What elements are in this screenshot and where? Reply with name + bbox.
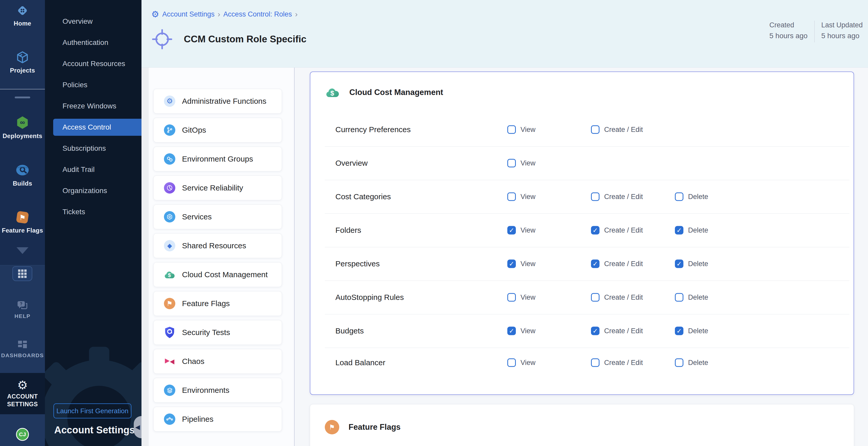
- checkbox-unchecked[interactable]: [507, 293, 516, 302]
- permission-budgets-delete[interactable]: ✓Delete: [675, 327, 708, 335]
- checkbox-checked[interactable]: ✓: [591, 226, 599, 234]
- user-avatar[interactable]: CJ: [16, 428, 29, 441]
- sidebar-item-freeze-windows[interactable]: Freeze Windows: [53, 98, 142, 115]
- sidebar-item-tickets[interactable]: Tickets: [53, 203, 142, 220]
- permission-load-balancer-view[interactable]: View: [507, 358, 535, 367]
- resource-card-chaos[interactable]: Chaos: [153, 349, 282, 374]
- resource-card-environments[interactable]: Environments: [153, 378, 282, 403]
- permission-load-balancer-delete[interactable]: Delete: [675, 358, 708, 367]
- sidebar-item-subscriptions[interactable]: Subscriptions: [53, 140, 142, 157]
- permission-row-budgets: Budgets✓View✓Create / Edit✓Delete: [310, 314, 854, 348]
- resource-card-administrative-functions[interactable]: ⚙Administrative Functions: [153, 89, 282, 114]
- permission-cost-categories-create-edit[interactable]: Create / Edit: [591, 193, 643, 201]
- permission-label: Create / Edit: [604, 293, 643, 301]
- sidebar-item-policies[interactable]: Policies: [53, 76, 142, 93]
- checkbox-unchecked[interactable]: [591, 193, 599, 201]
- permission-label: Create / Edit: [604, 226, 643, 234]
- sidebar-item-account-resources[interactable]: Account Resources: [53, 55, 142, 72]
- permission-perspectives-view[interactable]: ✓View: [507, 260, 535, 268]
- checkbox-checked[interactable]: ✓: [675, 260, 683, 268]
- module-picker-button[interactable]: [12, 266, 32, 281]
- checkbox-checked[interactable]: ✓: [507, 226, 516, 234]
- sidebar-collapse-tab[interactable]: ◀: [134, 416, 142, 438]
- checkbox-unchecked[interactable]: [675, 293, 683, 302]
- permission-label: View: [521, 193, 535, 201]
- checkbox-unchecked[interactable]: [591, 293, 599, 302]
- checkbox-unchecked[interactable]: [507, 193, 516, 201]
- sidebar-item-authentication[interactable]: Authentication: [53, 34, 142, 51]
- resource-card-security-tests[interactable]: Security Tests: [153, 320, 282, 345]
- resource-card-cloud-cost-management[interactable]: $Cloud Cost Management: [153, 262, 282, 287]
- checkbox-checked[interactable]: ✓: [591, 260, 599, 268]
- checkbox-checked[interactable]: ✓: [675, 226, 683, 234]
- launch-first-generation-button[interactable]: Launch First Generation: [54, 404, 131, 418]
- permission-folders-view[interactable]: ✓View: [507, 226, 535, 234]
- checkbox-checked[interactable]: ✓: [507, 260, 516, 268]
- breadcrumb-account-settings[interactable]: Account Settings: [162, 10, 215, 18]
- resource-card-environment-groups[interactable]: Environment Groups: [153, 147, 282, 171]
- rail-item-builds[interactable]: Builds: [0, 163, 45, 187]
- checkbox-unchecked[interactable]: [675, 193, 683, 201]
- permission-autostopping-rules-create-edit[interactable]: Create / Edit: [591, 293, 643, 302]
- resource-card-label: Service Reliability: [182, 184, 243, 192]
- created-label: Created: [769, 21, 808, 29]
- rail-item-projects[interactable]: Projects: [0, 50, 45, 74]
- sidebar-item-label: Audit Trail: [62, 165, 95, 174]
- checkbox-unchecked[interactable]: [507, 358, 516, 367]
- home-icon: [16, 4, 29, 18]
- permission-label: Delete: [688, 359, 708, 367]
- resource-card-service-reliability[interactable]: Service Reliability: [153, 176, 282, 200]
- sidebar-item-overview[interactable]: Overview: [53, 13, 142, 30]
- checkbox-unchecked[interactable]: [591, 125, 599, 134]
- permission-budgets-create-edit[interactable]: ✓Create / Edit: [591, 327, 643, 335]
- permission-row-label: Overview: [335, 159, 368, 167]
- sidebar-item-label: Overview: [62, 17, 93, 26]
- checkbox-checked[interactable]: ✓: [675, 327, 683, 335]
- sidebar-item-audit-trail[interactable]: Audit Trail: [53, 161, 142, 178]
- permission-row-overview: OverviewView: [310, 146, 854, 180]
- permission-folders-create-edit[interactable]: ✓Create / Edit: [591, 226, 643, 234]
- permission-folders-delete[interactable]: ✓Delete: [675, 226, 708, 234]
- sidebar-item-organizations[interactable]: Organizations: [53, 182, 142, 199]
- resource-card-gitops[interactable]: GitOps: [153, 118, 282, 142]
- sidebar-item-access-control[interactable]: Access Control: [53, 119, 142, 136]
- rail-item-home[interactable]: Home: [0, 4, 45, 27]
- permission-autostopping-rules-view[interactable]: View: [507, 293, 535, 302]
- permission-cost-categories-view[interactable]: View: [507, 193, 535, 201]
- permission-cost-categories-delete[interactable]: Delete: [675, 193, 708, 201]
- permission-perspectives-create-edit[interactable]: ✓Create / Edit: [591, 260, 643, 268]
- permission-autostopping-rules-delete[interactable]: Delete: [675, 293, 708, 302]
- resource-card-feature-flags[interactable]: ⚑Feature Flags: [153, 291, 282, 316]
- checkbox-unchecked[interactable]: [507, 125, 516, 134]
- permission-perspectives-delete[interactable]: ✓Delete: [675, 260, 708, 268]
- module-rail: ? HELP DASHBOARDS ⚙ ACCOUNT SETT: [0, 0, 45, 446]
- resource-card-shared-resources[interactable]: ◆Shared Resources: [153, 233, 282, 258]
- permission-budgets-view[interactable]: ✓View: [507, 327, 535, 335]
- rail-item-help[interactable]: ? HELP: [0, 300, 45, 319]
- permission-row-label: Currency Preferences: [335, 125, 411, 134]
- checkbox-unchecked[interactable]: [507, 159, 516, 167]
- permission-currency-preferences-view[interactable]: View: [507, 125, 535, 134]
- checkbox-checked[interactable]: ✓: [591, 327, 599, 335]
- cloud-cost-icon: $: [325, 87, 340, 98]
- rail-item-deployments[interactable]: ∞Deployments: [0, 115, 45, 140]
- resource-card-services[interactable]: Services: [153, 204, 282, 229]
- resource-card-pipelines[interactable]: Pipelines: [153, 407, 282, 432]
- rail-item-dashboards[interactable]: DASHBOARDS: [0, 340, 45, 358]
- rail-item-feature-flags[interactable]: ⚑Feature Flags: [0, 210, 45, 234]
- svg-text:$: $: [168, 272, 171, 278]
- checkbox-unchecked[interactable]: [675, 358, 683, 367]
- rail-item-account-settings-active[interactable]: ⚙ ACCOUNT SETTINGS: [0, 373, 45, 414]
- page-title: CCM Custom Role Specific: [184, 34, 306, 45]
- permission-overview-view[interactable]: View: [507, 159, 535, 167]
- permission-load-balancer-create-edit[interactable]: Create / Edit: [591, 358, 643, 367]
- permissions-area: $ Cloud Cost Management Currency Prefere…: [295, 68, 868, 446]
- permission-row-label: Folders: [335, 226, 361, 234]
- sidebar-bottom-title: Account Settings: [54, 424, 135, 436]
- breadcrumb-access-control-roles[interactable]: Access Control: Roles: [223, 10, 292, 18]
- checkbox-checked[interactable]: ✓: [507, 327, 516, 335]
- checkbox-unchecked[interactable]: [591, 358, 599, 367]
- permission-currency-preferences-create-edit[interactable]: Create / Edit: [591, 125, 643, 134]
- page-header: ⚙ Account Settings › Access Control: Rol…: [142, 0, 868, 68]
- rail-collapse-chevron[interactable]: [0, 247, 45, 254]
